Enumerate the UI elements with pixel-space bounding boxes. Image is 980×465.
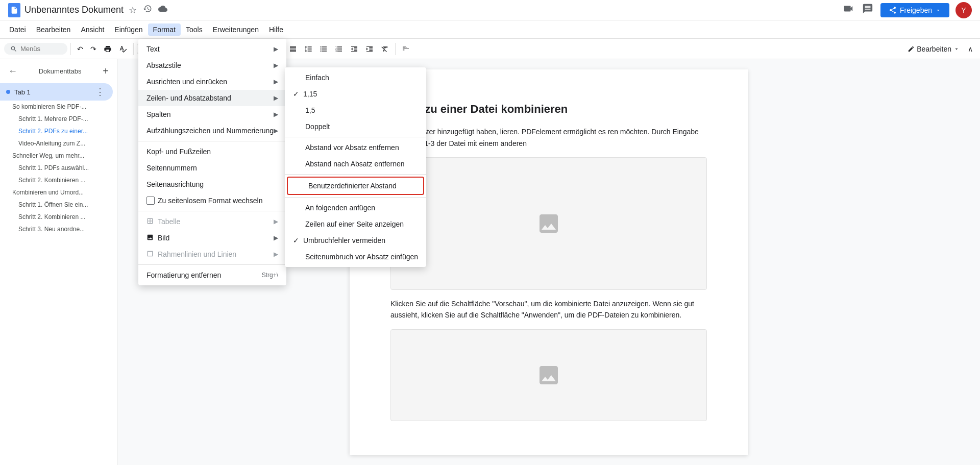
spacing-115[interactable]: 1,15: [285, 86, 426, 102]
format-menu-kopf[interactable]: Kopf- und Fußzeilen: [138, 143, 286, 160]
format-tabelle-label: Tabelle: [158, 217, 180, 226]
align-button[interactable]: [286, 43, 300, 55]
menu-hilfe[interactable]: Hilfe: [264, 23, 288, 36]
spacing-vor[interactable]: Abstand vor Absatz entfernen: [285, 139, 426, 156]
comment-icon[interactable]: [861, 2, 874, 18]
star-icon[interactable]: ☆: [128, 4, 138, 17]
indent-inc-button[interactable]: [362, 43, 377, 55]
menu-erweiterungen[interactable]: Erweiterungen: [208, 23, 264, 36]
spacing-zeilen-label: Zeilen auf einer Seite anzeigen: [305, 220, 404, 228]
format-menu-bild[interactable]: Bild ▶: [138, 230, 286, 246]
format-absatzstile-arrow: ▶: [274, 62, 278, 69]
doc-icon: [8, 3, 20, 17]
format-menu-zeilenabstand[interactable]: Zeilen- und Absatzabstand ▶: [138, 90, 286, 106]
paragraph-align-button[interactable]: [399, 43, 413, 55]
collapse-button[interactable]: ∧: [965, 43, 976, 55]
spacing-custom[interactable]: Benutzerdefinierter Abstand: [287, 177, 424, 195]
nav-item-0[interactable]: So kombinieren Sie PDF-...: [0, 101, 117, 113]
user-avatar[interactable]: Y: [955, 2, 972, 18]
nav-item-7[interactable]: Kombinieren und Umord...: [0, 186, 117, 199]
spacing-umbruch-label: Umbruchfehler vermeiden: [303, 236, 385, 244]
spacing-doppelt-label: Doppelt: [305, 123, 330, 131]
tabelle-icon: [146, 217, 155, 226]
edit-mode-label: Bearbeiten: [917, 45, 951, 53]
format-menu: Text ▶ Absatzstile ▶ Ausrichten und einr…: [138, 39, 286, 285]
share-label: Freigeben: [900, 6, 932, 14]
nav-item-4[interactable]: Schneller Weg, um mehr...: [0, 150, 117, 162]
spacing-seitenumbruch[interactable]: Seitenumbruch vor Absatz einfügen: [285, 249, 426, 265]
format-spalten-arrow: ▶: [274, 111, 278, 118]
numbered-list-button[interactable]: [332, 43, 346, 55]
format-zeilenabstand-arrow: ▶: [274, 94, 278, 102]
spacing-doppelt[interactable]: Doppelt: [285, 118, 426, 135]
spacing-anfuegen[interactable]: An folgenden anfügen: [285, 200, 426, 216]
format-menu-aufzaehlung[interactable]: Aufzählungszeichen und Nummerierung ▶: [138, 123, 286, 139]
search-box[interactable]: [4, 43, 67, 55]
spellcheck-button[interactable]: [116, 43, 130, 55]
list-button[interactable]: [316, 43, 331, 55]
format-menu-seitennummern[interactable]: Seitennummern: [138, 160, 286, 176]
redo-button[interactable]: ↷: [87, 43, 100, 55]
format-aufzaehlung-arrow: ▶: [274, 127, 278, 134]
tab-more-icon[interactable]: ⋮: [95, 86, 105, 97]
menu-format[interactable]: Format: [148, 23, 181, 36]
menu-tools[interactable]: Tools: [181, 23, 208, 36]
nav-item-9[interactable]: Schritt 2. Kombinieren ...: [0, 211, 117, 223]
spacing-einfach-label: Einfach: [305, 74, 329, 82]
format-bild-arrow: ▶: [274, 234, 278, 241]
menu-bearbeiten[interactable]: Bearbeiten: [31, 23, 76, 36]
cloud-icon[interactable]: [157, 3, 168, 17]
nav-item-6[interactable]: Schritt 2. Kombinieren ...: [0, 174, 117, 186]
sidebar-title: Dokumenttabs: [39, 67, 82, 75]
separator-6: [395, 43, 396, 55]
format-seitennummern-label: Seitennummern: [146, 164, 197, 172]
clear-format-button[interactable]: [378, 43, 392, 55]
document-title: Unbenanntes Dokument: [24, 5, 124, 15]
line-spacing-button[interactable]: [301, 43, 315, 55]
sidebar-tab-1[interactable]: Tab 1 ⋮: [0, 83, 113, 101]
menu-ansicht[interactable]: Ansicht: [76, 23, 109, 36]
nav-item-8[interactable]: Schritt 1. Öffnen Sie ein...: [0, 199, 117, 211]
nav-item-2[interactable]: Schritt 2. PDFs zu einer...: [0, 125, 117, 137]
format-menu-seitenausrichtung[interactable]: Seitenausrichtung: [138, 176, 286, 192]
spacing-zeilen[interactable]: Zeilen auf einer Seite anzeigen: [285, 216, 426, 232]
format-menu-absatzstile[interactable]: Absatzstile ▶: [138, 57, 286, 74]
menu-datei[interactable]: Datei: [4, 23, 31, 36]
history-icon[interactable]: [142, 3, 153, 17]
rahmen-icon: [146, 250, 155, 258]
doc-paragraph-1: nationsfenster hinzugefügt haben, lieren…: [390, 126, 707, 149]
format-rahmen-label: Rahmenlinien und Linien: [158, 250, 236, 258]
spacing-einfach[interactable]: Einfach: [285, 69, 426, 86]
edit-mode-button[interactable]: Bearbeiten: [904, 43, 963, 55]
print-button[interactable]: [101, 43, 115, 55]
format-menu-spalten[interactable]: Spalten ▶: [138, 106, 286, 123]
menu-einfuegen[interactable]: Einfügen: [109, 23, 148, 36]
meet-icon[interactable]: [842, 2, 855, 18]
title-bar-left: Unbenanntes Dokument ☆: [8, 3, 842, 17]
nav-item-3[interactable]: Video-Anleitung zum Z...: [0, 137, 117, 150]
sidebar-add-button[interactable]: +: [103, 65, 109, 77]
undo-button[interactable]: ↶: [74, 43, 86, 55]
nav-item-10[interactable]: Schritt 3. Neu anordne...: [0, 223, 117, 235]
spacing-umbruch[interactable]: Umbruchfehler vermeiden: [285, 232, 426, 249]
format-menu-seitenlos[interactable]: Zu seitenlosem Format wechseln: [138, 192, 286, 209]
spacing-15[interactable]: 1,5: [285, 102, 426, 118]
title-bar-right: Freigeben Y: [842, 2, 972, 18]
format-tabelle-arrow: ▶: [274, 218, 278, 225]
spacing-nach[interactable]: Abstand nach Absatz entfernen: [285, 156, 426, 172]
nav-item-5[interactable]: Schritt 1. PDFs auswähl...: [0, 162, 117, 174]
nav-item-1[interactable]: Schritt 1. Mehrere PDF-...: [0, 113, 117, 125]
format-menu-rahmen: Rahmenlinien und Linien ▶: [138, 246, 286, 262]
sidebar-header: ← Dokumenttabs +: [0, 59, 117, 83]
indent-dec-button[interactable]: [347, 43, 361, 55]
format-rahmen-arrow: ▶: [274, 251, 278, 258]
format-menu-text[interactable]: Text ▶: [138, 41, 286, 57]
format-menu-tabelle: Tabelle ▶: [138, 213, 286, 230]
sidebar-back-button[interactable]: ←: [8, 66, 17, 77]
format-ausrichten-label: Ausrichten und einrücken: [146, 78, 227, 86]
format-text-label: Text: [146, 45, 160, 53]
share-button[interactable]: Freigeben: [880, 3, 949, 17]
search-input[interactable]: [20, 45, 61, 53]
format-menu-formatierung[interactable]: Formatierung entfernen Strg+\: [138, 267, 286, 283]
format-menu-ausrichten[interactable]: Ausrichten und einrücken ▶: [138, 74, 286, 90]
